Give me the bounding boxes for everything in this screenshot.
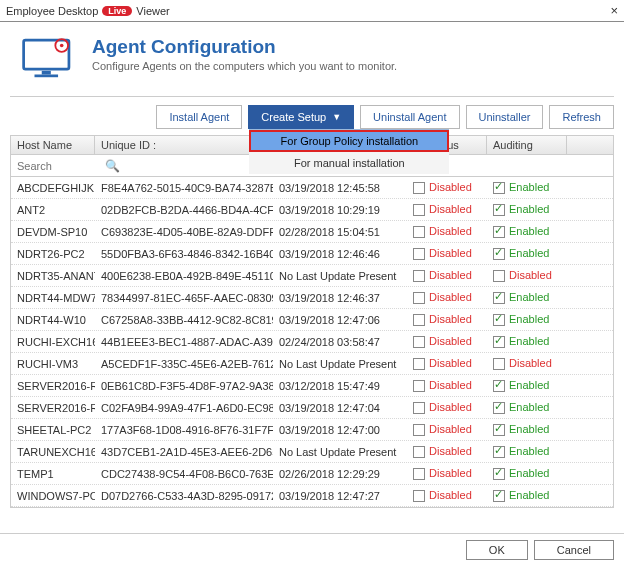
cell-host: ABCDEFGHIJK	[11, 182, 95, 194]
jp-checkbox[interactable]	[413, 402, 425, 414]
aud-checkbox[interactable]	[493, 446, 505, 458]
create-setup-button[interactable]: Create Setup ▼ For Group Policy installa…	[248, 105, 354, 129]
table-row[interactable]: ANT202DB2FCB-B2DA-4466-BD4A-4CF586…03/19…	[11, 199, 613, 221]
cell-last: 03/19/2018 12:46:46	[273, 248, 407, 260]
dropdown-manual[interactable]: For manual installation	[249, 152, 449, 174]
cell-host: WINDOWS7-PC	[11, 490, 95, 502]
uninstaller-button[interactable]: Uninstaller	[466, 105, 544, 129]
cell-host: ANT2	[11, 204, 95, 216]
aud-checkbox[interactable]	[493, 380, 505, 392]
table-row[interactable]: NDRT35-ANANT400E6238-EB0A-492B-849E-4511…	[11, 265, 613, 287]
jp-checkbox[interactable]	[413, 314, 425, 326]
table-row[interactable]: NDRT26-PC255D0FBA3-6F63-4846-8342-16B40C…	[11, 243, 613, 265]
title-prefix: Employee Desktop	[6, 5, 98, 17]
jp-checkbox[interactable]	[413, 226, 425, 238]
jp-status: Disabled	[429, 335, 472, 347]
jp-status: Disabled	[429, 291, 472, 303]
col-host[interactable]: Host Name	[11, 136, 95, 154]
aud-checkbox[interactable]	[493, 468, 505, 480]
cell-last: No Last Update Present	[273, 446, 407, 458]
page-title: Agent Configuration	[92, 36, 397, 58]
jp-checkbox[interactable]	[413, 270, 425, 282]
jp-checkbox[interactable]	[413, 380, 425, 392]
create-setup-dropdown: For Group Policy installation For manual…	[249, 129, 449, 174]
table-row[interactable]: NDRT44-MDW778344997-81EC-465F-AAEC-08309…	[11, 287, 613, 309]
table-row[interactable]: SHEETAL-PC2177A3F68-1D08-4916-8F76-31F7F…	[11, 419, 613, 441]
jp-checkbox[interactable]	[413, 204, 425, 216]
table-row[interactable]: WINDOWS7-PCD07D2766-C533-4A3D-8295-09172…	[11, 485, 613, 507]
aud-status: Enabled	[509, 247, 549, 259]
cell-aud: Enabled	[487, 335, 567, 348]
table-body: ABCDEFGHIJKF8E4A762-5015-40C9-BA74-3287B…	[11, 177, 613, 507]
jp-checkbox[interactable]	[413, 446, 425, 458]
cell-aud: Enabled	[487, 225, 567, 238]
aud-checkbox[interactable]	[493, 292, 505, 304]
monitor-gear-icon	[20, 36, 78, 86]
table-row[interactable]: NDRT44-W10C67258A8-33BB-4412-9C82-8C8193…	[11, 309, 613, 331]
aud-checkbox[interactable]	[493, 336, 505, 348]
dropdown-group-policy[interactable]: For Group Policy installation	[249, 130, 449, 152]
col-uid[interactable]: Unique ID :	[95, 136, 273, 154]
cell-uid: F8E4A762-5015-40C9-BA74-3287B597…	[95, 182, 273, 194]
jp-checkbox[interactable]	[413, 490, 425, 502]
aud-checkbox[interactable]	[493, 270, 505, 282]
cell-last: 03/19/2018 12:47:00	[273, 424, 407, 436]
table-row[interactable]: TEMP1CDC27438-9C54-4F08-B6C0-763ED18…02/…	[11, 463, 613, 485]
jp-checkbox[interactable]	[413, 248, 425, 260]
aud-checkbox[interactable]	[493, 226, 505, 238]
cell-last: 03/19/2018 12:47:06	[273, 314, 407, 326]
uninstall-agent-button[interactable]: Uninstall Agent	[360, 105, 459, 129]
search-icon[interactable]: 🔍	[101, 159, 124, 173]
ok-button[interactable]: OK	[466, 540, 528, 560]
table-row[interactable]: DEVDM-SP10C693823E-4D05-40BE-82A9-DDFF31…	[11, 221, 613, 243]
search-input[interactable]	[11, 158, 101, 174]
cell-uid: CDC27438-9C54-4F08-B6C0-763ED18…	[95, 468, 273, 480]
aud-checkbox[interactable]	[493, 204, 505, 216]
title-suffix: Viewer	[136, 5, 169, 17]
jp-checkbox[interactable]	[413, 292, 425, 304]
table-row[interactable]: SERVER2016-R2C02FA9B4-99A9-47F1-A6D0-EC9…	[11, 397, 613, 419]
aud-checkbox[interactable]	[493, 490, 505, 502]
aud-status: Enabled	[509, 467, 549, 479]
jp-checkbox[interactable]	[413, 424, 425, 436]
cell-last: 03/19/2018 12:47:27	[273, 490, 407, 502]
aud-checkbox[interactable]	[493, 424, 505, 436]
aud-checkbox[interactable]	[493, 358, 505, 370]
cell-host: NDRT26-PC2	[11, 248, 95, 260]
cell-last: 03/12/2018 15:47:49	[273, 380, 407, 392]
live-badge: Live	[102, 6, 132, 16]
create-setup-label: Create Setup	[261, 111, 326, 123]
table-row[interactable]: RUCHI-VM3A5CEDF1F-335C-45E6-A2EB-76127E3…	[11, 353, 613, 375]
close-icon[interactable]: ×	[610, 3, 618, 18]
cell-uid: C67258A8-33BB-4412-9C82-8C81930F…	[95, 314, 273, 326]
cell-uid: C02FA9B4-99A9-47F1-A6D0-EC985DA…	[95, 402, 273, 414]
cell-aud: Disabled	[487, 269, 567, 282]
table-row[interactable]: TARUNEXCH1643D7CEB1-2A1D-45E3-AEE6-2D65B…	[11, 441, 613, 463]
cell-last: No Last Update Present	[273, 270, 407, 282]
jp-checkbox[interactable]	[413, 336, 425, 348]
table-row[interactable]: ABCDEFGHIJKF8E4A762-5015-40C9-BA74-3287B…	[11, 177, 613, 199]
cancel-button[interactable]: Cancel	[534, 540, 614, 560]
cell-host: TEMP1	[11, 468, 95, 480]
refresh-button[interactable]: Refresh	[549, 105, 614, 129]
aud-status: Enabled	[509, 181, 549, 193]
jp-checkbox[interactable]	[413, 358, 425, 370]
table-row[interactable]: RUCHI-EXCH1644B1EEE3-BEC1-4887-ADAC-A391…	[11, 331, 613, 353]
aud-checkbox[interactable]	[493, 182, 505, 194]
aud-checkbox[interactable]	[493, 402, 505, 414]
jp-checkbox[interactable]	[413, 182, 425, 194]
table-row[interactable]: SERVER2016-R20EB61C8D-F3F5-4D8F-97A2-9A3…	[11, 375, 613, 397]
cell-uid: 44B1EEE3-BEC1-4887-ADAC-A39177…	[95, 336, 273, 348]
install-agent-button[interactable]: Install Agent	[156, 105, 242, 129]
jp-status: Disabled	[429, 467, 472, 479]
jp-status: Disabled	[429, 445, 472, 457]
jp-status: Disabled	[429, 313, 472, 325]
toolbar: Install Agent Create Setup ▼ For Group P…	[0, 97, 624, 135]
aud-checkbox[interactable]	[493, 248, 505, 260]
col-aud[interactable]: Auditing	[487, 136, 567, 154]
cell-last: 03/19/2018 10:29:19	[273, 204, 407, 216]
cell-jp: Disabled	[407, 313, 487, 326]
jp-checkbox[interactable]	[413, 468, 425, 480]
svg-point-4	[60, 44, 64, 48]
aud-checkbox[interactable]	[493, 314, 505, 326]
